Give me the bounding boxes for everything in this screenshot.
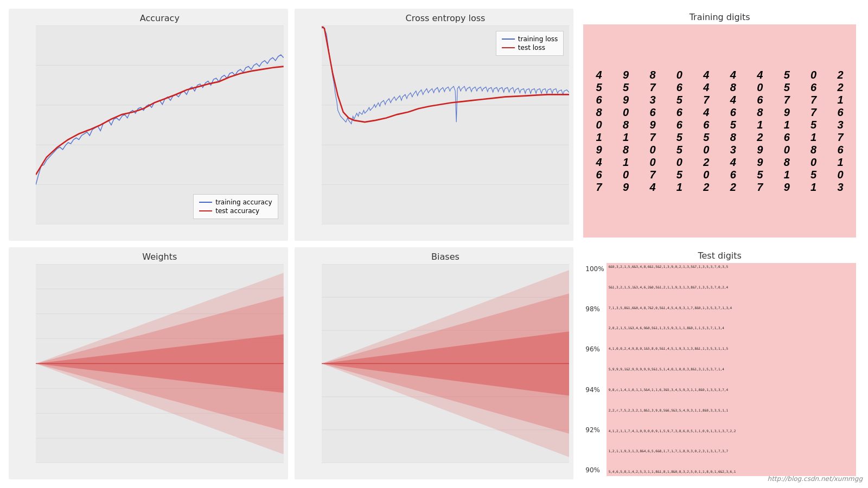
watermark: http://blog.csdn.net/xummgg	[768, 475, 863, 483]
weights-chart: Weights 0.8 0.6 0.4 0.2 0.0 -0.2 -0.4 -0…	[9, 247, 288, 479]
training-digits-rows: 4980444502 5576480562 6935746771 8066468…	[585, 69, 854, 194]
biases-chart: Biases 1.5 1.0 0.5 0.0 -0.5 -1.0 -1.5	[295, 247, 574, 479]
loss-legend: training loss test loss	[496, 31, 564, 56]
test-digits-title: Test digits	[583, 251, 856, 261]
weights-area: 0.8 0.6 0.4 0.2 0.0 -0.2 -0.4 -0.6 -0.8	[36, 264, 284, 463]
digits-row-4: 0896651153	[585, 119, 854, 131]
test-digits-panel: Test digits 100% 98% 96% 94% 92% 90% 6&9…	[580, 247, 859, 479]
test-y-axis: 100% 98% 96% 94% 92% 90%	[583, 263, 606, 476]
digits-row-1: 5576480562	[585, 81, 854, 94]
biases-area: 1.5 1.0 0.5 0.0 -0.5 -1.0 -1.5	[322, 264, 570, 463]
accuracy-area: 1.0 0.8 0.6 0.4 0.2 0.0	[36, 25, 284, 224]
training-digits-grid: 4980444502 5576480562 6935746771 8066468…	[583, 24, 856, 237]
accuracy-legend: training accuracy test accuracy	[193, 194, 278, 219]
weights-svg	[36, 264, 284, 463]
digits-row-3: 8066468976	[585, 106, 854, 119]
training-digits-title: Training digits	[583, 12, 856, 22]
loss-area: 100 80 60 40 20 0 training los	[322, 25, 570, 224]
digits-row-2: 6935746771	[585, 94, 854, 106]
test-digits-area: 100% 98% 96% 94% 92% 90% 6&9,3,2,1,5,6&3…	[583, 263, 856, 476]
accuracy-chart: Accuracy 1.0 0.8 0.6 0.4 0.2 0.0	[9, 9, 288, 241]
accuracy-title: Accuracy	[140, 13, 180, 23]
biases-title: Biases	[431, 252, 459, 262]
digits-row-0: 4980444502	[585, 69, 854, 81]
digits-row-5: 1175582617	[585, 131, 854, 144]
digits-row-7: 4100249801	[585, 156, 854, 169]
test-digits-content: 6&9,3,2,1,5,6&3,4,8,6&1,5&2,1,3,9,0,2,1,…	[607, 263, 856, 476]
digits-row-9: 7941227913	[585, 181, 854, 194]
loss-title: Cross entropy loss	[406, 13, 486, 23]
weights-title: Weights	[142, 252, 177, 262]
digits-row-8: 6075065150	[585, 169, 854, 181]
loss-chart: Cross entropy loss 100 80 60 40 20 0	[295, 9, 574, 241]
biases-svg	[322, 264, 570, 463]
digits-row-6: 9805039086	[585, 144, 854, 156]
training-digits-panel: Training digits 4980444502 5576480562 69…	[580, 9, 859, 241]
